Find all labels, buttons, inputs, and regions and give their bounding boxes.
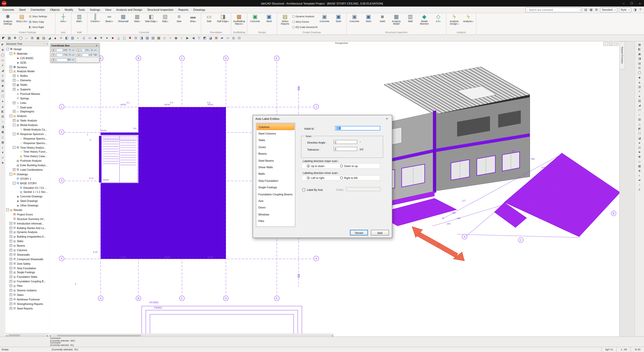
expand-icon[interactable]: +	[10, 253, 12, 256]
ribbon-button[interactable]: ▤ Story List▾	[15, 13, 29, 30]
tree-item[interactable]: ◆ Concrete Drawings	[5, 194, 49, 199]
tree-item[interactable]: + ▤ Introduction Informati...	[5, 221, 49, 226]
close-icon[interactable]: ×	[384, 117, 389, 121]
tree-item[interactable]: + ▤ Slabs	[5, 239, 49, 243]
ribbon-button[interactable]: ▣ Concrete	[248, 13, 262, 30]
expand-icon[interactable]	[13, 159, 16, 162]
ok-button[interactable]: Tamam	[350, 230, 368, 235]
tolerance-input[interactable]: 0	[334, 147, 358, 151]
ribbon-button[interactable]: ▦ Scaffolding Macro▾	[232, 13, 246, 30]
axis-toggle[interactable]: A	[77, 53, 81, 57]
toolbar-icon[interactable]: ◇	[162, 35, 167, 41]
axis-toggle[interactable]: Y	[51, 53, 55, 57]
tree-item[interactable]: + ▦ Sections	[5, 65, 49, 69]
close-icon[interactable]: ×	[95, 44, 98, 47]
tree-item[interactable]: - ▤ Time History Analysi...	[5, 145, 49, 150]
tree-item[interactable]: + ▤ Shearwalls	[5, 252, 49, 257]
right-toolbar-icon[interactable]: ▩	[638, 164, 642, 168]
menu-item[interactable]: Tools	[76, 6, 87, 13]
ribbon-button[interactable]: ▦ Shearwall	[116, 13, 130, 30]
expand-icon[interactable]: -	[10, 173, 12, 176]
expand-icon[interactable]: +	[10, 65, 12, 68]
right-toolbar-icon[interactable]: ◢	[638, 103, 642, 107]
toolbar-icon[interactable]: ◢	[47, 35, 52, 41]
toolbar-icon[interactable]: ▢	[122, 35, 127, 41]
expand-icon[interactable]: +	[10, 307, 12, 310]
tree-item[interactable]: ▤ Pushover Analysis	[5, 158, 49, 163]
ribbon-button[interactable]: ▦ Analysis Model	[390, 13, 403, 30]
left-toolbar-icon[interactable]: ▤	[1, 79, 5, 83]
ribbon-button[interactable]: ▣ Steel	[332, 13, 345, 30]
toolbar-icon[interactable]: ■	[110, 35, 116, 41]
expand-icon[interactable]: -	[13, 182, 16, 184]
toolbar-icon[interactable]: ∠	[81, 35, 87, 41]
toolbar-icon[interactable]: ▱	[225, 35, 230, 41]
radio-option[interactable]: Right to left	[340, 176, 358, 179]
expand-icon[interactable]: +	[10, 222, 12, 225]
report-preview-tab[interactable]: Report Preview	[619, 41, 625, 69]
right-toolbar-icon[interactable]: ∠	[638, 187, 642, 192]
toolbar-icon[interactable]: ≡	[58, 35, 64, 41]
tree-item[interactable]: + ▤ Seismic Isolators	[5, 288, 49, 293]
close-icon[interactable]: ×	[46, 42, 48, 45]
left-toolbar-icon[interactable]: ◨	[1, 125, 5, 129]
tree-item[interactable]: ● Punctual Masses	[5, 91, 49, 96]
right-toolbar-icon[interactable]: ▧	[638, 99, 642, 103]
toolbar-icon[interactable]: ▩	[156, 35, 162, 41]
expand-icon[interactable]: -	[6, 47, 9, 50]
expand-icon[interactable]	[13, 177, 16, 180]
expand-icon[interactable]	[13, 164, 16, 167]
expand-icon[interactable]: +	[10, 289, 12, 292]
toolbar-icon[interactable]: ▶	[185, 35, 190, 41]
toolbar-icon[interactable]: ▥	[70, 35, 75, 41]
toolbar-icon[interactable]: ▤	[41, 35, 46, 41]
initial-id-input[interactable]: 61	[335, 126, 380, 130]
tree-item[interactable]: + ▦ Shells	[5, 83, 49, 87]
tree-item[interactable]: + ▤ Stairs	[5, 293, 49, 297]
toolbar-icon[interactable]: ◩	[202, 35, 208, 41]
toolbar-icon[interactable]: ⊠	[214, 35, 219, 41]
pane-maximize-button[interactable]: ▢	[608, 42, 613, 46]
expand-icon[interactable]	[16, 137, 19, 140]
left-toolbar-icon[interactable]: ■	[1, 161, 5, 165]
menubar-icon[interactable]: ⊞	[594, 8, 598, 11]
toolbar-icon[interactable]: ⊞	[30, 35, 35, 41]
right-toolbar-icon[interactable]: ▲	[638, 80, 642, 84]
tree-item[interactable]: + ● Nodes	[5, 73, 49, 78]
toolbar-icon[interactable]: ▦	[6, 35, 12, 41]
expand-icon[interactable]	[16, 141, 19, 144]
left-toolbar-icon[interactable]: ⊞	[1, 89, 5, 93]
tree-item[interactable]: ▤ Section 1 / 1-1 Sec...	[5, 190, 49, 194]
tree-item[interactable]: ◎ Springs	[5, 96, 49, 100]
left-toolbar-icon[interactable]: ◯	[1, 53, 5, 57]
ribbon-button[interactable]: ▣ Steel	[362, 13, 375, 30]
tree-item[interactable]: ▤ Time History Case...	[5, 154, 49, 158]
ribbon-button[interactable]: ▣ Concrete	[348, 13, 362, 30]
expand-icon[interactable]: -	[10, 70, 12, 73]
menubar-icon[interactable]: ▤	[584, 8, 588, 11]
status-segment[interactable]: 1 : 50	[617, 347, 630, 352]
expand-icon[interactable]: +	[10, 293, 12, 296]
expand-icon[interactable]	[13, 56, 16, 59]
close-button[interactable]: ×	[636, 0, 644, 6]
tree-item[interactable]: - ▦ Analysis Model	[5, 69, 49, 74]
tree-item[interactable]: ≈ Response Spectru...	[5, 141, 49, 145]
left-toolbar-icon[interactable]: ▥	[1, 114, 5, 118]
tree-item[interactable]: ▤ STORY 1	[5, 176, 49, 181]
tree-item[interactable]: + ▤ Strip Foundation	[5, 266, 49, 270]
menu-item[interactable]: Concrete	[0, 6, 16, 13]
tree-item[interactable]: ▤ Project Errors	[5, 212, 49, 217]
right-toolbar-icon[interactable]: ○	[638, 113, 642, 117]
right-toolbar-icon[interactable]: ▤	[638, 61, 642, 65]
right-toolbar-icon[interactable]: ↕	[638, 183, 642, 187]
cancel-button[interactable]: İptal	[371, 230, 389, 235]
menu-item[interactable]: Drawings	[191, 6, 208, 13]
menubar-icon[interactable]: ▦	[589, 8, 593, 11]
expand-icon[interactable]	[10, 213, 12, 216]
ribbon-button[interactable]: ▤ Select Reports	[278, 13, 292, 30]
toolbar-icon[interactable]: ▭	[87, 35, 92, 41]
coordinate-input[interactable]: 300 cm	[56, 58, 76, 62]
ribbon-button[interactable]: ◧ Slab Edge▾	[144, 13, 158, 30]
toolbar-icon[interactable]: ◆	[93, 35, 98, 41]
tree-item[interactable]: + ▲ Supports	[5, 87, 49, 91]
